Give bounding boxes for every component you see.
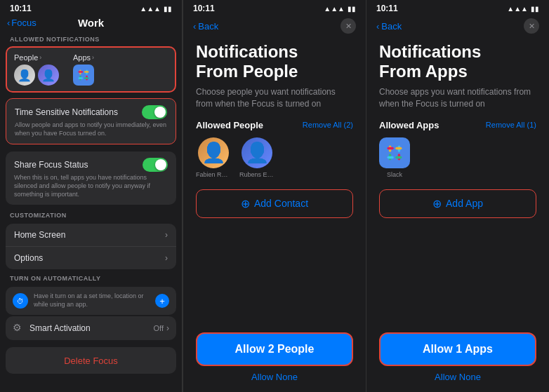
customization-label: CUSTOMIZATION — [0, 208, 182, 221]
smart-value: Off — [154, 324, 164, 332]
options-chevron-icon: › — [165, 253, 168, 263]
p2-allowed-title: Allowed People — [196, 120, 263, 130]
svg-rect-6 — [79, 77, 84, 79]
status-bar: 10:11 ▲▲▲ ▮▮ — [0, 0, 182, 15]
p3-allowed-title: Allowed Apps — [379, 120, 439, 130]
time-sensitive-toggle[interactable] — [142, 105, 167, 119]
slack-app-icon-large — [379, 137, 410, 168]
add-contact-button[interactable]: ⊕ Add Contact — [196, 189, 353, 218]
p3-chevron-left-icon: ‹ — [376, 21, 379, 32]
time-sensitive-row: Time Sensitive Notifications Allow peopl… — [6, 98, 176, 144]
smart-left: ⚙ Smart Activation — [13, 322, 91, 334]
p3-status-time: 10:11 — [376, 4, 398, 13]
p2-allowed-header: Allowed People Remove All (2) — [196, 120, 353, 130]
allow-none-people-button[interactable]: Allow None — [196, 372, 353, 382]
contact-2: 👤 Rubens Eis... — [239, 137, 274, 178]
p2-status-time: 10:11 — [193, 4, 215, 13]
time-sensitive-sub: Allow people and apps to notify you imme… — [15, 121, 167, 137]
panel-notifications-people: 10:11 ▲▲▲ ▮▮ ‹ Back ✕ Notifications From… — [183, 0, 366, 392]
auto-icon: ⏱ — [13, 293, 28, 309]
allow-none-apps-button[interactable]: Allow None — [379, 372, 536, 382]
back-button[interactable]: ‹ Focus — [7, 18, 37, 28]
clock-icon: ⏱ — [17, 297, 24, 305]
panel-notifications-apps: 10:11 ▲▲▲ ▮▮ ‹ Back ✕ Notifications From… — [366, 0, 549, 392]
time-sensitive-top: Time Sensitive Notifications — [15, 105, 167, 119]
apps-label: Apps › — [73, 53, 94, 62]
chevron-left-icon: ‹ — [7, 18, 10, 28]
add-contact-plus-icon: ⊕ — [241, 197, 250, 210]
notif-row: People › 👤 👤 Apps › — [14, 53, 168, 86]
smart-right: Off › — [154, 323, 169, 333]
smart-activation-row[interactable]: ⚙ Smart Activation Off › — [6, 316, 176, 340]
auto-section-label: TURN ON AUTOMATICALLY — [0, 271, 182, 284]
time-sensitive-section: Time Sensitive Notifications Allow peopl… — [6, 98, 176, 146]
people-col[interactable]: People › 👤 👤 — [14, 53, 59, 86]
contact-1-avatar: 👤 — [198, 137, 229, 168]
options-label: Options — [14, 253, 43, 263]
home-screen-row[interactable]: Home Screen › — [6, 224, 176, 247]
time-sensitive-label: Time Sensitive Notifications — [15, 107, 118, 117]
share-focus-row: Share Focus Status When this is on, tell… — [6, 151, 176, 205]
add-app-button[interactable]: ⊕ Add App — [379, 189, 536, 218]
options-row[interactable]: Options › — [6, 247, 176, 269]
slack-app-name: Slack — [387, 171, 402, 178]
auto-schedule-row[interactable]: ⏱ Have it turn on at a set time, locatio… — [6, 287, 176, 314]
smart-chevron-icon: › — [166, 323, 169, 333]
app-slack: Slack — [379, 137, 410, 178]
p3-desc: Choose apps you want notifications from … — [379, 86, 536, 110]
contact-1: 👤 Fabien Röhl... — [196, 137, 231, 178]
add-app-label: Add App — [446, 198, 483, 209]
p3-back-label: Back — [381, 21, 402, 32]
auto-section: ⏱ Have it turn on at a set time, locatio… — [6, 287, 176, 341]
share-focus-toggle[interactable] — [143, 158, 168, 172]
share-focus-section: Share Focus Status When this is on, tell… — [6, 151, 176, 206]
svg-rect-13 — [395, 147, 402, 150]
back-label: Focus — [11, 18, 36, 28]
allow-people-button[interactable]: Allow 2 People — [196, 332, 353, 366]
p2-wifi-icon: ▲▲▲ — [324, 5, 345, 13]
plus-icon: + — [159, 296, 165, 306]
p3-back-button[interactable]: ‹ Back — [376, 21, 402, 32]
add-app-plus-icon: ⊕ — [432, 197, 442, 210]
status-time: 10:11 — [10, 4, 32, 13]
p3-close-icon: ✕ — [529, 22, 535, 31]
contact-2-name: Rubens Eis... — [239, 171, 274, 178]
p2-back-button[interactable]: ‹ Back — [193, 21, 218, 32]
apps-col[interactable]: Apps › — [73, 53, 94, 86]
share-focus-top: Share Focus Status — [14, 158, 168, 172]
delete-label: Delete Focus — [64, 356, 118, 366]
p3-apps: Slack — [379, 137, 536, 178]
p2-remove-all-button[interactable]: Remove All (2) — [303, 121, 353, 129]
p2-status-icons: ▲▲▲ ▮▮ — [324, 5, 356, 13]
svg-rect-4 — [79, 71, 84, 73]
battery-icon: ▮▮ — [164, 5, 172, 13]
auto-text: Have it turn on at a set time, location … — [34, 292, 150, 309]
wifi-icon: ▲▲▲ — [140, 5, 161, 13]
p3-remove-all-button[interactable]: Remove All (1) — [486, 121, 536, 129]
nav-bar: ‹ Focus Work — [0, 15, 182, 32]
auto-add-button[interactable]: + — [155, 294, 169, 308]
allowed-notif-box: People › 👤 👤 Apps › — [6, 46, 176, 93]
delete-section: Delete Focus — [6, 347, 176, 374]
p3-wifi-icon: ▲▲▲ — [507, 5, 528, 13]
smart-icon: ⚙ — [13, 322, 25, 334]
svg-rect-14 — [388, 156, 394, 158]
p2-close-button[interactable]: ✕ — [340, 18, 356, 34]
smart-label: Smart Activation — [29, 323, 91, 333]
home-screen-label: Home Screen — [14, 230, 65, 240]
p3-status-bar: 10:11 ▲▲▲ ▮▮ — [366, 0, 549, 15]
p2-close-icon: ✕ — [345, 22, 352, 31]
status-icons: ▲▲▲ ▮▮ — [140, 5, 172, 13]
p2-content: Notifications From People Choose people … — [183, 35, 366, 332]
p3-battery-icon: ▮▮ — [531, 5, 539, 13]
panel-focus-work: 10:11 ▲▲▲ ▮▮ ‹ Focus Work ALLOWED NOTIFI… — [0, 0, 183, 392]
contact-2-avatar: 👤 — [242, 137, 272, 168]
svg-rect-15 — [395, 156, 402, 158]
p3-status-icons: ▲▲▲ ▮▮ — [507, 5, 539, 13]
p3-close-button[interactable]: ✕ — [524, 18, 539, 34]
p2-desc: Choose people you want notifications fro… — [196, 86, 353, 110]
p3-allowed-header: Allowed Apps Remove All (1) — [379, 120, 536, 130]
allow-apps-button[interactable]: Allow 1 Apps — [379, 332, 536, 366]
people-avatars: 👤 👤 — [14, 65, 59, 86]
delete-focus-button[interactable]: Delete Focus — [6, 347, 176, 374]
